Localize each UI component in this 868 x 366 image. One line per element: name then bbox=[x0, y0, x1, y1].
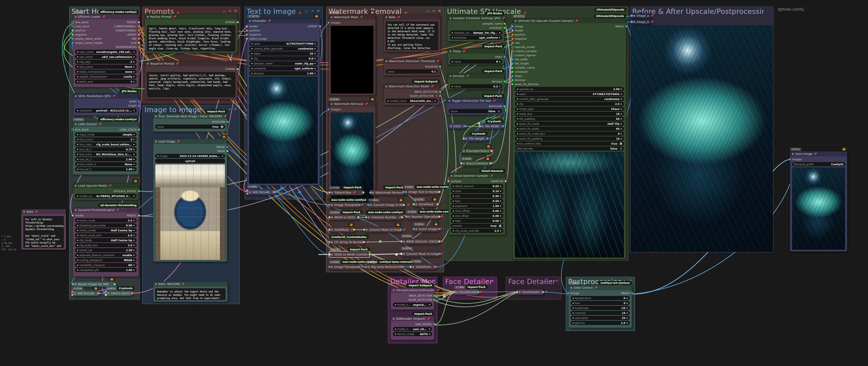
number-operation-node[interactable]: 0.022swas-node-suite-comfyuiNumber Opera… bbox=[406, 214, 440, 220]
prompt-text[interactable]: lowres, (worst quality, bad quality:1.2)… bbox=[147, 72, 236, 97]
decrement-arrow-icon[interactable]: ◀ bbox=[77, 168, 78, 170]
model-name-widget[interactable]: ◀model_namesam_vit_b...▶ bbox=[393, 327, 432, 331]
latent-port-dot[interactable] bbox=[138, 33, 140, 36]
image-input-port[interactable]: image bbox=[515, 24, 538, 28]
collapse-dot[interactable] bbox=[415, 228, 417, 230]
input-dots[interactable] bbox=[328, 228, 331, 231]
decrement-arrow-icon[interactable]: ◀ bbox=[77, 71, 78, 73]
tile-padding-widget[interactable]: ◀tile_padding64▶ bbox=[515, 117, 624, 121]
model-port-dot[interactable] bbox=[138, 21, 140, 23]
decrement-arrow-icon[interactable]: ◀ bbox=[77, 195, 78, 197]
increment-arrow-icon[interactable]: ▶ bbox=[133, 51, 135, 53]
collapse-dot[interactable] bbox=[155, 283, 157, 285]
image-port-dot[interactable] bbox=[625, 25, 627, 28]
note-node[interactable]: Note📌You can tell if the watermark was d… bbox=[383, 14, 440, 52]
node-header[interactable]: Postive Prompt📌 bbox=[145, 14, 238, 19]
watermark-remover-node[interactable]: Impact-PackWatermark Remover📌 bbox=[370, 190, 405, 195]
seed-widget[interactable]: ◀seed617957043777906▶ bbox=[249, 41, 318, 46]
watermark-detection-model-node[interactable]: Impact-SubpackWatermark Detection Model📌… bbox=[383, 84, 440, 105]
tile-height-node[interactable]: CrystoolsTile Height📌 bbox=[463, 136, 488, 141]
collapse-dot[interactable] bbox=[450, 51, 452, 52]
increment-arrow-icon[interactable]: ▶ bbox=[621, 128, 622, 130]
output-dots[interactable] bbox=[359, 204, 361, 206]
model-input-port[interactable]: model bbox=[249, 24, 267, 28]
scaling-startpoint-widget[interactable]: ◀scaling_startpointMEAN▶ bbox=[75, 258, 136, 262]
vae-input-port[interactable]: vae bbox=[515, 41, 538, 45]
tiled-decode-widget[interactable]: tiled_decodefalse bbox=[515, 146, 624, 151]
custom-sampler-input-port[interactable]: custom_sampler bbox=[515, 49, 538, 53]
negative-prompt-node[interactable]: Negative Prompt📌STRINGlowres, (worst qua… bbox=[145, 61, 238, 99]
output-dots[interactable] bbox=[438, 240, 441, 243]
boolean-output-port[interactable]: BOOLEAN bbox=[489, 104, 502, 108]
input-dots[interactable] bbox=[328, 241, 331, 243]
seam-fix-denoise-port-dot[interactable] bbox=[511, 83, 514, 85]
latent-image-port-dot[interactable] bbox=[246, 38, 248, 40]
collapse-dot[interactable] bbox=[385, 86, 387, 87]
node-header[interactable]: SDXL Resolutions (JPS)📌 bbox=[73, 94, 139, 99]
collapse-dot[interactable] bbox=[249, 191, 251, 193]
decrement-arrow-icon[interactable]: ◀ bbox=[77, 81, 78, 82]
node-header[interactable]: Note📌 bbox=[21, 209, 66, 214]
decrement-arrow-icon[interactable]: ◀ bbox=[77, 163, 78, 165]
images-port-dot[interactable] bbox=[328, 108, 330, 110]
conditioning-output-port[interactable]: CONDITIONING- bbox=[114, 28, 136, 32]
positive-port-dot[interactable] bbox=[511, 33, 514, 36]
device-mode-widget[interactable]: ◀device_modeAUTO▶ bbox=[393, 332, 432, 336]
decrement-arrow-icon[interactable]: ◀ bbox=[77, 154, 78, 155]
empty-latent-height-input-port[interactable]: empty_latent_height bbox=[75, 41, 103, 45]
model-input-port[interactable]: model bbox=[515, 28, 538, 32]
resolution-widget[interactable]: ◀resolutionportrait - 832x1216 (2:3)▶ bbox=[75, 108, 136, 112]
bias-widget[interactable]: ◀bias0.50▶ bbox=[451, 199, 503, 203]
cnet-stack-port-dot[interactable] bbox=[71, 25, 74, 28]
lora-stacker-node[interactable]: 0.003sefficiency-nodes-comfyuiLoRA Stack… bbox=[73, 122, 139, 175]
model-input-port[interactable]: model bbox=[75, 213, 83, 218]
workflow-canvas[interactable]: Start Here 📌▷⚭👁Prompts 📌▷⚭👁Image to Imag… bbox=[0, 0, 868, 366]
vae-output-port[interactable]: VAE bbox=[114, 37, 136, 41]
sampler-name-port-dot[interactable] bbox=[511, 67, 514, 69]
increment-arrow-icon[interactable]: ▶ bbox=[133, 195, 135, 197]
collapse-dot[interactable] bbox=[370, 204, 372, 206]
threshold-output-port[interactable]: threshold bbox=[425, 64, 438, 69]
bbox-detector-segs-node[interactable]: 0.022sBBOX Detector (SEGS)📌 bbox=[401, 239, 440, 244]
detail-daemon-sampler-node[interactable]: Detail-DaemonDetail Daemon Sampler📌sampl… bbox=[448, 173, 505, 235]
output-dots[interactable] bbox=[435, 266, 437, 268]
sampler-name-widget[interactable]: ◀sampler_nameeuler_cfg_pp▶ bbox=[249, 61, 318, 65]
start-widget[interactable]: ◀start0.10▶ bbox=[451, 189, 503, 193]
vae-name-widget[interactable]: ◀vae_namesdxl_vae.safetensors▶ bbox=[75, 55, 136, 59]
image-b-node[interactable]: image_b📌 bbox=[631, 20, 651, 24]
decrement-arrow-icon[interactable]: ◀ bbox=[453, 230, 454, 232]
steps-port-dot[interactable] bbox=[511, 75, 514, 77]
temperature-widget[interactable]: ◀temperature0▶ bbox=[570, 296, 630, 300]
collapse-dot[interactable] bbox=[331, 254, 333, 256]
ultimate-sd-upscale-custom-sample-node[interactable]: 67.571sUltimateSDUpscaleUltimate SD Upsc… bbox=[513, 18, 626, 259]
decrement-arrow-icon[interactable]: ◀ bbox=[77, 234, 78, 236]
invert-image-node[interactable]: 0.001s🦊Invert Image📌 bbox=[413, 226, 439, 232]
increment-arrow-icon[interactable]: ▶ bbox=[133, 159, 135, 160]
output-dots[interactable] bbox=[438, 215, 440, 218]
increment-arrow-icon[interactable]: ▶ bbox=[133, 220, 135, 222]
increment-arrow-icon[interactable]: ▶ bbox=[133, 269, 135, 271]
images-input-port[interactable]: images bbox=[331, 21, 341, 25]
input-mode-widget[interactable]: ◀input_modesimple▶ bbox=[75, 132, 136, 136]
image-output-port[interactable]: IMAGE bbox=[216, 145, 225, 149]
node-header[interactable]: Denoise📌 bbox=[447, 73, 504, 78]
decrement-arrow-icon[interactable]: ◀ bbox=[77, 56, 78, 58]
tile-width-node[interactable]: CrystoolsTile Width📌 bbox=[479, 124, 503, 129]
latent-port-dot[interactable] bbox=[319, 25, 321, 28]
positive-input-port[interactable]: positive bbox=[75, 28, 103, 32]
decrement-arrow-icon[interactable]: ◀ bbox=[517, 103, 518, 105]
segspaste-node[interactable]: 0.023sSEGSPaste📌 bbox=[410, 264, 436, 270]
samloader-impact-node[interactable]: Impact-PackSAMLoader (Impact)📌SAM_MODEL◀… bbox=[391, 316, 434, 340]
input-dots[interactable] bbox=[369, 191, 372, 194]
increment-arrow-icon[interactable]: ▶ bbox=[133, 148, 135, 151]
input-dots[interactable] bbox=[71, 291, 73, 296]
clip-port-dot[interactable] bbox=[138, 42, 140, 44]
output-dots[interactable] bbox=[273, 191, 276, 193]
boolean-output-port[interactable]: BOOLEAN bbox=[212, 120, 225, 124]
decrement-arrow-icon[interactable]: ◀ bbox=[395, 328, 396, 330]
switch-latent-node[interactable]: 0.001sCrystoolsSwitch latent📌 bbox=[105, 290, 132, 296]
width-port-dot[interactable] bbox=[138, 100, 140, 103]
upload-widget[interactable]: upload bbox=[155, 159, 225, 163]
input-dots[interactable] bbox=[412, 228, 415, 230]
fade-widget[interactable]: ◀fade0.00▶ bbox=[451, 219, 503, 223]
